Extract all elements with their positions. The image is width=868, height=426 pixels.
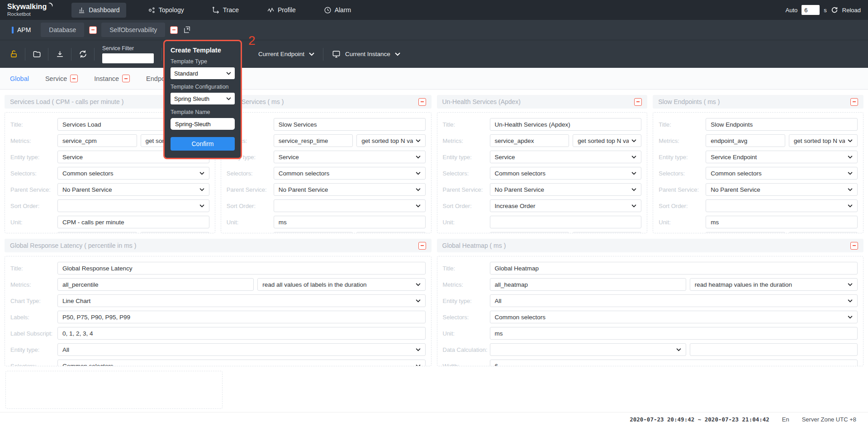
dashboard-tab-apm[interactable]: APM <box>6 23 39 37</box>
unit-input[interactable]: ms <box>274 216 426 228</box>
field-input[interactable] <box>274 232 353 233</box>
remove-tab-database-button[interactable] <box>89 26 97 34</box>
import-button[interactable] <box>27 45 47 63</box>
sort-order-select[interactable] <box>274 199 426 212</box>
selectors-select[interactable]: Common selectors <box>57 360 426 366</box>
entity-type-select[interactable]: Service Endpoint <box>706 151 858 163</box>
labels-input[interactable]: P50, P75, P90, P95, P99 <box>57 311 426 323</box>
unit-input[interactable]: CPM - calls per minute <box>57 216 209 228</box>
nav-item-profile[interactable]: Profile <box>261 3 302 18</box>
chart-type-select[interactable]: Line Chart <box>57 294 426 307</box>
remove-panel-button[interactable] <box>850 242 858 250</box>
metrics-select[interactable]: get sorted top N values <box>356 134 425 147</box>
selectors-select[interactable]: Common selectors <box>57 167 209 180</box>
unit-input[interactable]: ms <box>490 327 858 340</box>
field-input[interactable] <box>57 232 137 233</box>
remove-panel-button[interactable] <box>418 98 426 106</box>
remove-panel-button[interactable] <box>850 98 858 106</box>
remove-tab-selfobservability-button[interactable] <box>170 26 178 34</box>
form-row: Parent Service:No Parent Service <box>10 183 209 196</box>
title-input[interactable]: Slow Services <box>274 118 426 131</box>
current-endpoint-dropdown[interactable]: Current Endpoint <box>251 51 322 57</box>
data-calculation-select[interactable] <box>490 343 686 356</box>
unit-input[interactable]: ms <box>706 216 858 228</box>
entity-type-select[interactable]: All <box>57 343 426 356</box>
field-input[interactable] <box>706 232 785 233</box>
selectors-select[interactable]: Common selectors <box>706 167 858 180</box>
field-input[interactable] <box>573 232 641 233</box>
title-input[interactable]: Global Response Latency <box>57 262 426 275</box>
refresh-templates-button[interactable] <box>73 45 93 63</box>
form-row: Selectors:Common selectors <box>443 167 642 180</box>
nav-item-dashboard[interactable]: Dashboard <box>71 3 126 18</box>
metrics-input[interactable]: service_apdex <box>490 134 569 147</box>
form-row: Data Calculation: <box>443 343 858 356</box>
auto-seconds-input[interactable] <box>802 5 820 15</box>
selectors-select[interactable]: Common selectors <box>274 167 426 180</box>
field-input[interactable] <box>141 232 209 233</box>
widget-panel: Global Response Latency ( percentile in … <box>5 239 432 366</box>
unlock-button[interactable] <box>4 45 24 63</box>
tab-global[interactable]: Global <box>10 75 29 82</box>
parent-service-select[interactable]: No Parent Service <box>706 183 858 196</box>
metrics-select[interactable]: read all values of labels in the duratio… <box>257 278 425 291</box>
metrics-input[interactable]: service_cpm <box>57 134 137 147</box>
sort-order-select[interactable]: Increase Order <box>490 199 642 212</box>
field-label: Unit: <box>227 219 274 226</box>
dashboard-tab-selfobservability[interactable]: SelfObservability <box>101 23 165 37</box>
export-button[interactable] <box>50 45 70 63</box>
current-instance-dropdown[interactable]: Current Instance <box>325 50 408 58</box>
field-input[interactable] <box>789 232 858 233</box>
selectors-select[interactable]: Common selectors <box>490 167 642 180</box>
field-input[interactable] <box>356 232 425 233</box>
metrics-input[interactable]: service_resp_time <box>274 134 353 147</box>
template-name-input[interactable] <box>171 118 235 130</box>
remove-panel-button[interactable] <box>418 242 426 250</box>
template-type-select[interactable]: Standard <box>171 67 235 79</box>
sort-order-select[interactable] <box>57 199 209 212</box>
metrics-input[interactable]: all_percentile <box>57 278 254 291</box>
metrics-input[interactable]: endpoint_avg <box>706 134 785 147</box>
unit-input[interactable] <box>490 216 642 228</box>
parent-service-select[interactable]: No Parent Service <box>490 183 642 196</box>
parent-service-select[interactable]: No Parent Service <box>57 183 209 196</box>
nav-item-topology[interactable]: Topology <box>142 3 190 18</box>
parent-service-select[interactable]: No Parent Service <box>274 183 426 196</box>
language-toggle[interactable]: En <box>782 416 789 423</box>
sort-order-select[interactable] <box>706 199 858 212</box>
metrics-select[interactable]: read heatmap values in the duration <box>690 278 858 291</box>
title-input[interactable]: Global Heatmap <box>490 262 858 275</box>
dashboard-tab-database[interactable]: Database <box>41 23 84 37</box>
remove-tab-service-button[interactable] <box>70 75 78 82</box>
title-input[interactable]: Slow Endpoints <box>706 118 858 131</box>
time-range-picker[interactable]: 2020-07-23 20:49:42 ~ 2020-07-23 21:04:4… <box>630 416 769 423</box>
entity-type-select[interactable]: Service <box>490 151 642 163</box>
nav-item-alarm[interactable]: Alarm <box>318 3 358 18</box>
field-label: Title: <box>443 265 490 272</box>
form-row: Metrics:all_heatmapread heatmap values i… <box>443 278 858 291</box>
width-input[interactable]: 6 <box>490 360 858 366</box>
entity-type-select[interactable]: Service <box>274 151 426 163</box>
reload-label[interactable]: Reload <box>842 7 861 14</box>
label-subscript-input[interactable]: 0, 1, 2, 3, 4 <box>57 327 426 340</box>
title-input[interactable]: Un-Health Services (Apdex) <box>490 118 642 131</box>
chevron-down-icon <box>631 188 636 191</box>
template-configuration-select[interactable]: Spring Sleuth <box>171 93 235 104</box>
tab-service[interactable]: Service <box>45 75 78 82</box>
nav-item-trace[interactable]: Trace <box>206 3 245 18</box>
tab-instance[interactable]: Instance <box>94 75 130 82</box>
confirm-button[interactable]: Confirm <box>171 137 235 151</box>
remove-tab-instance-button[interactable] <box>122 75 130 82</box>
form-row: Unit: <box>443 216 642 228</box>
metrics-select[interactable]: get sorted top N values <box>789 134 858 147</box>
metrics-select[interactable]: get sorted top N values <box>573 134 641 147</box>
entity-type-select[interactable]: All <box>490 294 858 307</box>
field-input[interactable] <box>490 232 569 233</box>
remove-panel-button[interactable] <box>634 98 642 106</box>
data-calculation-input[interactable] <box>690 343 858 356</box>
metrics-input[interactable]: all_heatmap <box>490 278 686 291</box>
selectors-select[interactable]: Common selectors <box>490 311 858 323</box>
reload-icon[interactable] <box>831 6 838 14</box>
service-filter-input[interactable] <box>102 53 154 63</box>
add-template-icon[interactable] <box>183 26 191 34</box>
